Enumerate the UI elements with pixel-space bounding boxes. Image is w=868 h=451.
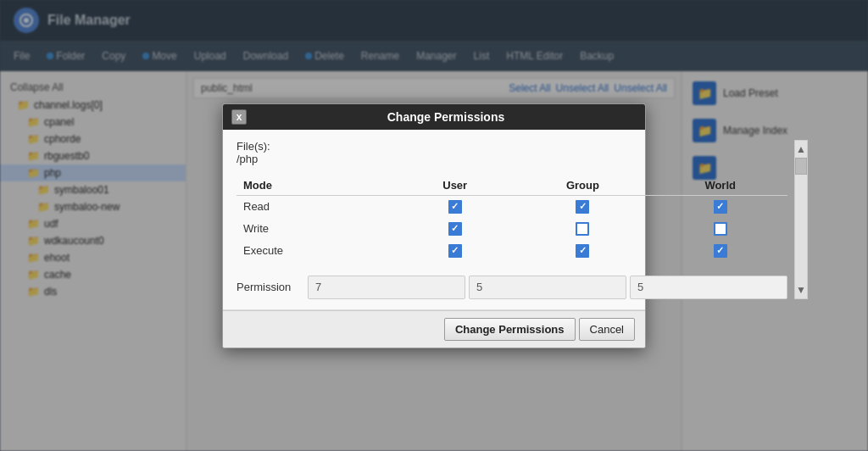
write-user-checkbox[interactable] (448, 222, 462, 236)
permissions-table: Mode User Group World Read (236, 175, 787, 262)
write-group-checkbox[interactable] (576, 222, 589, 236)
permission-user-input[interactable] (308, 276, 465, 299)
execute-user-checkbox[interactable] (448, 244, 462, 258)
read-user-checkbox[interactable] (448, 200, 462, 214)
scroll-down-btn[interactable]: ▼ (796, 281, 806, 298)
file-label: File(s): (236, 140, 270, 153)
col-world: World (653, 175, 787, 196)
cancel-button[interactable]: Cancel (579, 318, 635, 341)
execute-world-checkbox[interactable] (714, 244, 727, 258)
row-label-write: Write (236, 218, 398, 240)
read-user-cell (398, 195, 512, 218)
modal-titlebar: x Change Permissions (223, 104, 645, 130)
permission-group-input[interactable] (469, 276, 626, 299)
read-group-cell (512, 195, 653, 218)
permission-world-input[interactable] (630, 276, 787, 299)
scroll-up-btn[interactable]: ▲ (796, 141, 806, 158)
table-row: Read (236, 195, 787, 218)
row-label-execute: Execute (236, 240, 398, 262)
table-row: Execute (236, 240, 787, 262)
write-user-cell (398, 218, 512, 240)
modal-scrollbar[interactable]: ▲ ▼ (794, 140, 808, 299)
scroll-thumb[interactable] (795, 158, 807, 175)
row-label-read: Read (236, 195, 398, 218)
modal-content-area: File(s): /php Mode User Group World (236, 140, 787, 299)
read-world-cell (653, 195, 787, 218)
write-world-checkbox[interactable] (714, 222, 727, 236)
read-group-checkbox[interactable] (576, 200, 589, 214)
write-group-cell (512, 218, 653, 240)
execute-group-cell (512, 240, 653, 262)
execute-user-cell (398, 240, 512, 262)
permission-number-row: Permission (236, 276, 787, 299)
change-permissions-button[interactable]: Change Permissions (444, 318, 576, 341)
execute-world-cell (653, 240, 787, 262)
modal-footer: Change Permissions Cancel (223, 310, 645, 348)
file-info: File(s): /php (236, 140, 787, 165)
col-user: User (398, 175, 512, 196)
change-permissions-modal: x Change Permissions File(s): /php Mod (222, 103, 646, 348)
file-path: /php (236, 153, 258, 165)
write-world-cell (653, 218, 787, 240)
col-mode: Mode (236, 175, 398, 196)
modal-overlay: x Change Permissions File(s): /php Mod (0, 0, 868, 451)
read-world-checkbox[interactable] (714, 200, 727, 214)
table-row: Write (236, 218, 787, 240)
execute-group-checkbox[interactable] (576, 244, 589, 258)
modal-title: Change Permissions (255, 110, 637, 124)
modal-close-button[interactable]: x (231, 109, 247, 125)
permission-label: Permission (236, 281, 304, 293)
modal-body: File(s): /php Mode User Group World (223, 130, 645, 310)
col-group: Group (512, 175, 653, 196)
